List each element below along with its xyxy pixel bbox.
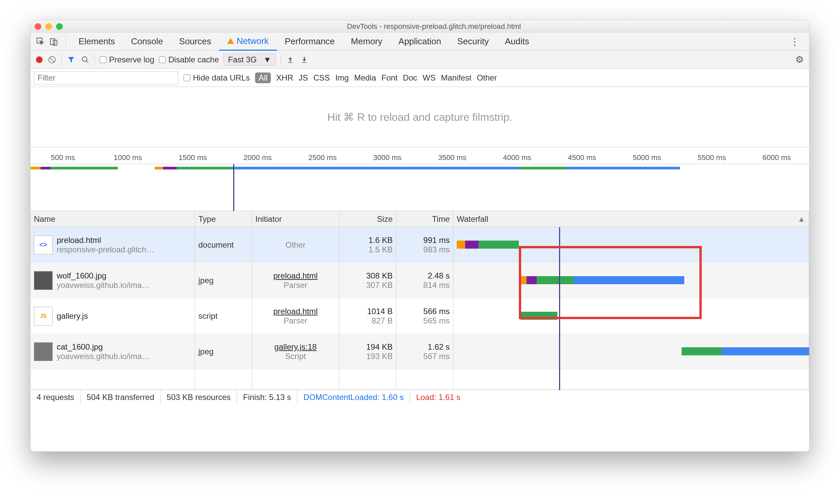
filmstrip-area: Hit ⌘ R to reload and capture filmstrip.: [31, 87, 809, 147]
status-requests: 4 requests: [31, 390, 81, 404]
filmstrip-hint: Hit ⌘ R to reload and capture filmstrip.: [327, 111, 512, 124]
status-load: Load: 1.61 s: [410, 390, 466, 404]
tab-performance[interactable]: Performance: [277, 33, 343, 51]
file-icon: [34, 342, 53, 361]
svg-rect-1: [50, 39, 55, 44]
annotation-box: [519, 246, 702, 319]
download-har-icon[interactable]: [300, 55, 309, 65]
settings-icon[interactable]: ⚙: [796, 54, 804, 65]
filter-type-img[interactable]: Img: [335, 73, 349, 83]
col-waterfall[interactable]: Waterfall▲: [453, 211, 809, 227]
col-type[interactable]: Type: [195, 211, 252, 227]
throttle-select[interactable]: Fast 3G▼: [224, 54, 275, 66]
filter-icon[interactable]: [67, 55, 76, 65]
file-icon: [34, 271, 53, 290]
filter-bar: Hide data URLs All XHR JS CSS Img Media …: [31, 69, 809, 87]
status-resources: 503 KB resources: [161, 390, 237, 404]
timeline-ruler: 500 ms 1000 ms 1500 ms 2000 ms 2500 ms 3…: [31, 147, 809, 164]
col-initiator[interactable]: Initiator: [252, 211, 339, 227]
status-finish: Finish: 5.13 s: [237, 390, 297, 404]
waterfall-cell: [453, 334, 809, 369]
tab-elements[interactable]: Elements: [70, 33, 123, 51]
filter-type-media[interactable]: Media: [354, 73, 376, 83]
upload-har-icon[interactable]: [286, 55, 295, 65]
file-icon: <>: [34, 236, 53, 254]
file-icon: JS: [34, 307, 53, 325]
preserve-log-checkbox[interactable]: Preserve log: [100, 55, 154, 65]
tab-security[interactable]: Security: [449, 33, 497, 51]
tab-application[interactable]: Application: [390, 33, 449, 51]
tab-audits[interactable]: Audits: [497, 33, 537, 51]
filter-input[interactable]: [34, 71, 178, 85]
device-toggle-icon[interactable]: [47, 35, 61, 48]
status-bar: 4 requests 504 KB transferred 503 KB res…: [31, 390, 809, 404]
chevron-down-icon: ▼: [264, 55, 271, 65]
more-menu-icon[interactable]: ⋮: [784, 36, 806, 47]
panel-tabs: Elements Console Sources Network Perform…: [31, 33, 809, 51]
inspect-icon[interactable]: [34, 35, 47, 48]
sort-icon: ▲: [797, 214, 805, 224]
network-toolbar: Preserve log Disable cache Fast 3G▼ ⚙: [31, 51, 809, 69]
tab-sources[interactable]: Sources: [171, 33, 219, 51]
svg-rect-5: [288, 62, 292, 63]
clear-icon[interactable]: [47, 55, 57, 65]
table-row[interactable]: cat_1600.jpgyoavweiss.github.io/ima… jpe…: [31, 334, 809, 370]
svg-point-4: [82, 57, 87, 61]
filter-type-font[interactable]: Font: [381, 73, 398, 83]
col-time[interactable]: Time: [396, 211, 453, 227]
filter-type-other[interactable]: Other: [477, 73, 497, 83]
status-dcl: DOMContentLoaded: 1.60 s: [297, 390, 410, 404]
filter-type-ws[interactable]: WS: [423, 73, 435, 83]
devtools-window: DevTools - responsive-preload.glitch.me/…: [30, 20, 809, 452]
minimize-icon[interactable]: [45, 23, 52, 30]
col-name[interactable]: Name: [31, 211, 195, 227]
status-transferred: 504 KB transferred: [81, 390, 160, 404]
tab-console[interactable]: Console: [123, 33, 171, 51]
requests-table: Name Type Initiator Size Time Waterfall▲…: [31, 211, 809, 390]
svg-rect-6: [302, 62, 306, 63]
filter-type-manifest[interactable]: Manifest: [441, 73, 471, 83]
tab-memory[interactable]: Memory: [343, 33, 390, 51]
filter-type-js[interactable]: JS: [299, 73, 308, 83]
filter-type-xhr[interactable]: XHR: [276, 73, 293, 83]
tab-network[interactable]: Network: [219, 33, 276, 51]
warning-icon: [227, 38, 234, 44]
disable-cache-checkbox[interactable]: Disable cache: [159, 55, 219, 65]
filter-type-all[interactable]: All: [255, 72, 271, 83]
window-title: DevTools - responsive-preload.glitch.me/…: [63, 22, 805, 31]
titlebar: DevTools - responsive-preload.glitch.me/…: [31, 20, 809, 33]
col-size[interactable]: Size: [339, 211, 396, 227]
empty-row: [31, 370, 809, 390]
table-body: <>preload.htmlresponsive-preload.glitch……: [31, 227, 809, 390]
maximize-icon[interactable]: [56, 23, 63, 30]
window-controls: [35, 23, 63, 30]
record-icon[interactable]: [36, 56, 42, 63]
filter-type-css[interactable]: CSS: [314, 73, 330, 83]
hide-data-urls-checkbox[interactable]: Hide data URLs: [183, 73, 250, 83]
overview-lanes: [31, 165, 809, 172]
timeline-overview[interactable]: 500 ms 1000 ms 1500 ms 2000 ms 2500 ms 3…: [31, 147, 809, 211]
close-icon[interactable]: [35, 23, 41, 30]
filter-type-doc[interactable]: Doc: [403, 73, 417, 83]
table-header: Name Type Initiator Size Time Waterfall▲: [31, 211, 809, 227]
search-icon[interactable]: [81, 55, 90, 65]
